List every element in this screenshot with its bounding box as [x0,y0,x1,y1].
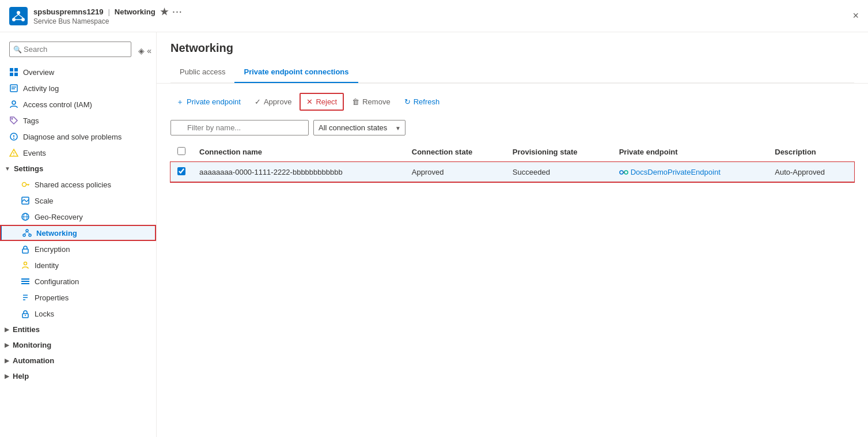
sidebar-item-events[interactable]: Events [0,145,156,161]
sidebar-item-label: Access control (IAM) [23,100,92,109]
svg-point-21 [13,155,14,156]
tags-icon [9,116,18,125]
sidebar-item-label: Activity log [23,84,59,93]
resource-subtitle: Service Bus Namespace [33,17,183,25]
sidebar-section-automation[interactable]: ▶ Automation [0,353,156,368]
tab-private-endpoint[interactable]: Private endpoint connections [234,62,358,83]
reject-label: Reject [316,97,337,106]
sidebar-item-identity[interactable]: Identity [0,257,156,273]
iam-icon [9,100,18,109]
endpoint-link[interactable]: DocsDemoPrivateEndpoint [631,168,721,176]
sidebar-item-label: Geo-Recovery [35,213,83,221]
pin-button[interactable]: ◈ [138,46,145,55]
approve-button[interactable]: ✓ Approve [249,94,297,110]
sidebar-item-encryption[interactable]: Encryption [0,241,156,257]
x-icon: ✕ [306,97,313,106]
svg-point-33 [23,234,25,236]
filter-wrapper: 🔍 [170,120,309,135]
svg-rect-7 [10,68,13,71]
svg-point-47 [620,171,623,174]
sidebar-item-label: Locks [35,310,54,318]
check-icon: ✓ [255,97,261,106]
page-title: Networking [170,42,854,55]
section-label: Help [13,372,29,381]
svg-line-36 [27,232,30,234]
scale-icon [21,196,30,205]
chevron-right-icon: ▶ [5,373,9,379]
description-cell: Auto-Approved [768,162,854,182]
svg-point-34 [29,234,31,236]
sidebar-item-iam[interactable]: Access control (IAM) [0,96,156,112]
table-header: Connection name Connection state Provisi… [170,142,854,162]
sidebar-item-geo-recovery[interactable]: Geo-Recovery [0,209,156,225]
main-content: Networking Public access Private endpoin… [157,32,868,437]
section-label: Entities [13,325,40,334]
sidebar-item-label: Encryption [35,245,70,254]
select-all-checkbox[interactable] [177,147,185,155]
search-input[interactable] [9,42,131,57]
provisioning-state-cell: Succeeded [506,162,612,182]
filter-input[interactable] [170,120,309,135]
locks-icon [21,309,30,318]
page-header: Networking Public access Private endpoin… [157,32,868,84]
more-btn[interactable]: ··· [173,7,183,17]
sidebar-item-locks[interactable]: Locks [0,306,156,322]
svg-point-46 [25,315,26,316]
table-row[interactable]: aaaaaaaa-0000-1111-2222-bbbbbbbbbbbb App… [170,162,854,182]
svg-point-38 [24,262,27,265]
remove-label: Remove [362,97,390,106]
col-header-description: Description [768,142,854,162]
sidebar-item-scale[interactable]: Scale [0,193,156,209]
col-header-provisioning-state: Provisioning state [506,142,612,162]
state-filter-wrapper: All connection states Approved Rejected … [313,120,405,135]
sidebar-item-label: Properties [35,293,69,302]
plus-icon: ＋ [176,97,184,107]
sidebar-item-shared-access[interactable]: Shared access policies [0,176,156,193]
sidebar-section-entities[interactable]: ▶ Entities [0,322,156,337]
search-icon: 🔍 [13,46,22,54]
sidebar-item-label: Events [23,149,46,157]
content-body: ＋ Private endpoint ✓ Approve ✕ Reject 🗑 … [157,84,868,191]
add-private-endpoint-button[interactable]: ＋ Private endpoint [170,93,247,111]
sidebar-item-overview[interactable]: Overview [0,64,156,80]
header-main-title: spsbuspremns1219 | Networking ★ ··· [33,6,183,17]
sidebar-item-activity-log[interactable]: Activity log [0,80,156,96]
remove-button[interactable]: 🗑 Remove [346,94,396,110]
sidebar-item-label: Shared access policies [35,180,111,189]
sidebar-item-configuration[interactable]: Configuration [0,273,156,289]
sidebar-item-label: Scale [35,197,54,205]
sidebar-item-properties[interactable]: Properties [0,289,156,306]
sidebar-item-label: Configuration [35,277,79,286]
overview-icon [9,67,18,77]
key-icon [21,180,30,189]
svg-point-1 [17,11,20,14]
refresh-button[interactable]: ↻ Refresh [399,94,446,110]
close-button[interactable]: × [852,10,859,22]
state-filter-dropdown[interactable]: All connection states Approved Rejected … [313,120,405,135]
properties-icon [21,293,30,302]
page-title: Networking [115,7,156,16]
favorite-btn[interactable]: ★ [160,6,168,17]
svg-rect-41 [21,283,29,284]
activity-log-icon [9,84,18,93]
refresh-icon: ↻ [404,97,411,106]
collapse-button[interactable]: « [147,46,151,55]
sidebar-section-help[interactable]: ▶ Help [0,368,156,384]
svg-rect-11 [10,85,17,92]
reject-button[interactable]: ✕ Reject [300,93,344,111]
service-bus-icon [9,7,28,25]
chevron-right-icon: ▶ [5,342,9,348]
sidebar-item-networking[interactable]: Networking [0,225,156,241]
svg-point-18 [13,138,14,139]
sidebar-item-tags[interactable]: Tags [0,112,156,129]
tab-public-access[interactable]: Public access [170,62,234,83]
networking-icon [22,228,32,238]
sidebar-item-label: Diagnose and solve problems [23,133,122,141]
sidebar-item-label: Tags [23,116,39,125]
sidebar-section-monitoring[interactable]: ▶ Monitoring [0,337,156,353]
private-endpoint-cell: DocsDemoPrivateEndpoint [612,162,768,182]
row-checkbox[interactable] [177,167,185,175]
sidebar-section-settings[interactable]: ▼ Settings [0,161,156,176]
trash-icon: 🗑 [352,97,359,106]
sidebar-item-diagnose[interactable]: Diagnose and solve problems [0,129,156,145]
